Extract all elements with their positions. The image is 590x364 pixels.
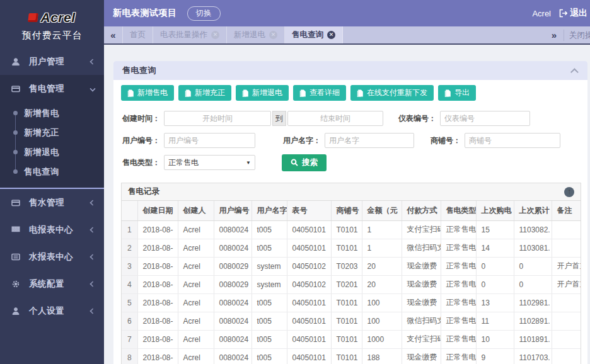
table-cell: 13 xyxy=(476,293,514,312)
table-cell: 0 xyxy=(476,275,514,293)
shop-no-input[interactable] xyxy=(465,133,560,148)
table-cell xyxy=(552,312,581,330)
sidebar-group: 电报表中心 xyxy=(0,216,104,243)
table-cell: 正常售电 xyxy=(441,330,476,348)
username[interactable]: Acrel xyxy=(532,9,551,18)
table-cell: 0 xyxy=(514,275,552,293)
brand-subtitle: 预付费云平台 xyxy=(0,30,104,42)
table-cell: 04050101 xyxy=(287,330,331,348)
table-cell: 04050102 xyxy=(287,275,331,293)
page-icon xyxy=(357,89,364,97)
sidebar-nav: 用户管理售电管理新增售电新增充正新增退电售电查询售水管理电报表中心水报表中心系统… xyxy=(0,48,104,324)
table-cell: 0080024 xyxy=(214,312,252,330)
toolbar-button[interactable]: 新增售电 xyxy=(121,85,174,101)
top-header: 新电表测试项目 切换 Acrel 退出 xyxy=(104,0,590,26)
sidebar-item[interactable]: 系统配置 xyxy=(0,270,104,297)
table-cell: system xyxy=(252,257,287,275)
table-cell: 2018-08- xyxy=(137,275,178,293)
sidebar-item[interactable]: 售电管理 xyxy=(0,75,104,102)
chevron-left-icon xyxy=(90,281,95,287)
records-header: 售电记录 ↑ xyxy=(122,183,581,201)
table-row[interactable]: 42018-08-Acrel0080029system04050102T0201… xyxy=(122,275,581,293)
table-cell: 1 xyxy=(362,220,402,239)
table-cell: 1102981. xyxy=(514,293,552,312)
table-cell: Acrel xyxy=(178,239,214,257)
sale-type-value: 正常售电 xyxy=(168,157,199,168)
page-icon xyxy=(242,89,249,97)
table-cell: T0101 xyxy=(331,293,362,312)
brand-name: Acrel xyxy=(40,10,75,25)
table-cell: 04050101 xyxy=(287,293,331,312)
table-cell xyxy=(552,220,581,239)
close-operations-menu[interactable]: 关闭操作 xyxy=(564,30,590,41)
table-cell: 14 xyxy=(476,239,514,257)
user-name-label: 用户名字： xyxy=(282,135,321,146)
logout-button[interactable]: 退出 xyxy=(570,8,587,19)
switch-project-button[interactable]: 切换 xyxy=(187,6,221,21)
sidebar-item[interactable]: 电报表中心 xyxy=(0,216,104,243)
table-cell: 0080024 xyxy=(214,330,252,348)
toolbar-button[interactable]: 查看详细 xyxy=(293,85,346,101)
panel-collapse-icon[interactable] xyxy=(570,68,579,76)
toolbar-button[interactable]: 新增退电 xyxy=(236,85,289,101)
sidebar-item[interactable]: 个人设置 xyxy=(0,297,104,324)
card-icon xyxy=(11,198,22,207)
meter-no-input[interactable] xyxy=(440,111,530,126)
sidebar-subitem[interactable]: 售电查询 xyxy=(0,162,104,181)
toolbar-button[interactable]: 在线支付重新下发 xyxy=(350,85,434,101)
bullet-dot-icon xyxy=(13,150,18,154)
end-time-input[interactable] xyxy=(287,111,383,126)
table-cell: t005 xyxy=(252,330,287,348)
table-row[interactable]: 72018-08-Acrel0080024t00504050101T010110… xyxy=(122,330,581,348)
table-cell: 现金缴费 xyxy=(402,293,441,312)
table-cell: 10 xyxy=(476,330,514,348)
sidebar-subitem[interactable]: 新增售电 xyxy=(0,103,104,123)
search-button[interactable]: 搜索 xyxy=(282,154,327,171)
table-cell: 1101703. xyxy=(514,348,552,364)
tab-close-icon[interactable]: ✕ xyxy=(327,31,335,39)
tabs-scroll-left-icon[interactable]: « xyxy=(104,26,123,43)
table-cell: 1103082. xyxy=(514,220,552,239)
table-cell: t005 xyxy=(252,239,287,257)
table-cell: t005 xyxy=(252,312,287,330)
table-cell: T0101 xyxy=(331,348,362,364)
table-row[interactable]: 32018-08-Acrel0080029system04050102T0203… xyxy=(122,257,581,275)
tab[interactable]: 电表批量操作✕ xyxy=(153,26,227,43)
tab-close-icon[interactable]: ✕ xyxy=(269,31,277,39)
table-row[interactable]: 62018-08-Acrel0080024t00504050101T010110… xyxy=(122,312,581,330)
chevron-down-icon: ▼ xyxy=(246,160,251,166)
start-time-input[interactable] xyxy=(164,111,271,126)
user-name-input[interactable] xyxy=(325,133,414,148)
tab[interactable]: 新增退电✕ xyxy=(227,26,285,43)
table-row[interactable]: 22018-08-Acrel0080024t00504050101T01011微… xyxy=(122,239,581,257)
table-cell: T0101 xyxy=(331,239,362,257)
sale-type-select[interactable]: 正常售电 ▼ xyxy=(164,155,255,170)
column-header: 创建日期 xyxy=(137,201,178,220)
table-cell: 188 xyxy=(362,348,402,364)
toolbar: 新增售电新增充正新增退电查看详细在线支付重新下发导出 xyxy=(121,85,581,101)
tab[interactable]: 首页 xyxy=(123,26,153,43)
table-cell: T0203 xyxy=(331,257,362,275)
table-row[interactable]: 82018-08-Acrel0080024t00504050101T010118… xyxy=(122,348,581,364)
sidebar-subitem[interactable]: 新增充正 xyxy=(0,123,104,142)
table-row[interactable]: 52018-08-Acrel0080024t00504050101T010110… xyxy=(122,293,581,312)
sidebar-item[interactable]: 用户管理 xyxy=(0,48,104,75)
brand-logo: Acrel 预付费云平台 xyxy=(0,0,104,48)
tabs-scroll-right-icon[interactable]: » xyxy=(545,30,564,40)
tab-close-icon[interactable]: ✕ xyxy=(211,31,219,39)
user-no-input[interactable] xyxy=(164,133,255,148)
tab[interactable]: 售电查询✕ xyxy=(285,26,343,43)
sidebar-item[interactable]: 售水管理 xyxy=(0,189,104,216)
sidebar-item[interactable]: 水报表中心 xyxy=(0,243,104,270)
table-row[interactable]: 12018-08-Acrel0080024t00504050101T01011支… xyxy=(122,220,581,239)
table-cell: 9 xyxy=(476,348,514,364)
toolbar-button[interactable]: 新增充正 xyxy=(178,85,231,101)
table-cell: t005 xyxy=(252,348,287,364)
column-header: 创建人 xyxy=(178,201,214,220)
sidebar-subitem[interactable]: 新增退电 xyxy=(0,142,104,162)
table-cell: Acrel xyxy=(178,293,214,312)
table-cell: 2018-08- xyxy=(137,330,178,348)
panel-title: 售电查询 xyxy=(122,65,156,76)
scroll-top-icon[interactable]: ↑ xyxy=(564,187,574,197)
toolbar-button[interactable]: 导出 xyxy=(438,85,476,101)
